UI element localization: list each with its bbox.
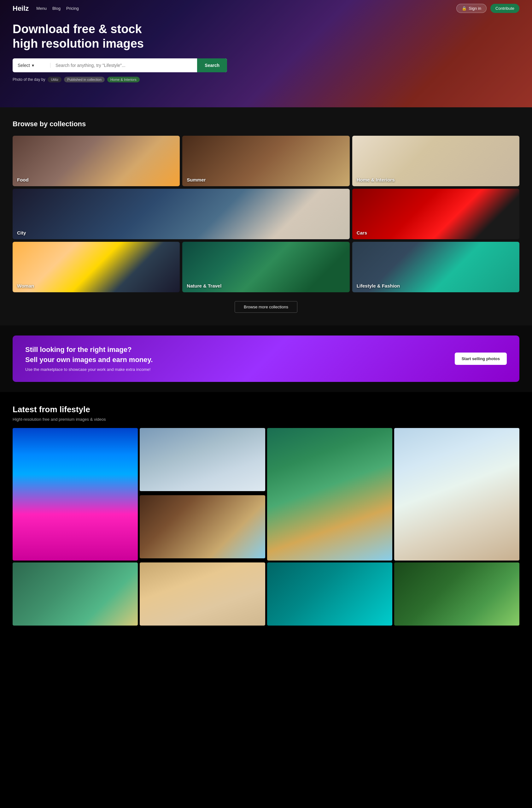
- collections-wrapper: Browse by collections Food Summer Home &…: [0, 107, 532, 392]
- collection-nature-label: Nature & Travel: [187, 283, 221, 289]
- collections-section: Browse by collections Food Summer Home &…: [0, 107, 532, 326]
- lifestyle-title: Latest from lifestyle: [13, 405, 519, 415]
- promo-text: Still looking for the right image? Sell …: [25, 346, 153, 372]
- collection-home-label: Home & Interiors: [357, 177, 395, 182]
- photo-teal-ocean[interactable]: [267, 563, 392, 626]
- lifestyle-section: Latest from lifestyle Hight-resolution f…: [0, 392, 532, 638]
- photo-day-label: Photo of the day by: [13, 77, 45, 82]
- collection-nature[interactable]: Nature & Travel: [182, 242, 349, 292]
- promo-title1: Still looking for the right image?: [25, 346, 153, 354]
- tag-home-interiors[interactable]: Home & Interiors: [107, 77, 140, 82]
- chevron-down-icon: ▾: [32, 63, 34, 68]
- photo-palm-trees[interactable]: [267, 428, 392, 561]
- collection-home[interactable]: Home & Interiors: [352, 136, 519, 186]
- photo-woman-back[interactable]: [394, 428, 519, 561]
- collection-woman[interactable]: Woman: [13, 242, 180, 292]
- hero-title: Download free & stock high resolution im…: [13, 22, 170, 51]
- photo-blue-abstract[interactable]: [13, 428, 138, 561]
- search-category-select[interactable]: Select ▾: [13, 63, 51, 68]
- nav-blog[interactable]: Blog: [52, 6, 60, 11]
- tag-published[interactable]: Published in collection: [64, 77, 105, 82]
- collection-woman-label: Woman: [17, 283, 34, 289]
- collections-grid: Food Summer Home & Interiors City Cars W…: [13, 136, 519, 292]
- search-input[interactable]: [51, 63, 197, 68]
- search-button[interactable]: Search: [197, 58, 227, 72]
- photo-greenery[interactable]: [394, 563, 519, 626]
- nav-menu[interactable]: Menu: [36, 6, 47, 11]
- collection-food[interactable]: Food: [13, 136, 180, 186]
- select-label: Select: [18, 63, 30, 68]
- collection-summer[interactable]: Summer: [182, 136, 349, 186]
- photo-couple[interactable]: [140, 563, 265, 626]
- promo-banner: Still looking for the right image? Sell …: [13, 335, 519, 382]
- photo-palm-shadow[interactable]: [13, 563, 138, 626]
- collection-cars[interactable]: Cars: [352, 189, 519, 239]
- nav-links: Menu Blog Pricing: [36, 6, 78, 11]
- collection-food-label: Food: [17, 177, 29, 182]
- navigation: Heilz Menu Blog Pricing 🔒 Sign in Contri…: [0, 0, 532, 17]
- brand-logo[interactable]: Heilz: [13, 4, 29, 13]
- sign-in-button[interactable]: 🔒 Sign in: [456, 4, 487, 13]
- tag-utiliz[interactable]: Utiliz: [48, 77, 61, 82]
- photo-umbrella[interactable]: [140, 495, 265, 561]
- contribute-button[interactable]: Contribute: [490, 4, 519, 13]
- collection-lifestyle[interactable]: Lifestyle & Fashion: [352, 242, 519, 292]
- nav-right: 🔒 Sign in Contribute: [456, 4, 519, 13]
- photo-beach-chair[interactable]: [140, 428, 265, 493]
- browse-more-button[interactable]: Browse more collections: [235, 301, 297, 313]
- lifestyle-subtitle: Hight-resolution free and premium images…: [13, 417, 519, 422]
- lock-icon: 🔒: [462, 6, 467, 11]
- collection-cars-label: Cars: [357, 230, 367, 236]
- collection-city[interactable]: City: [13, 189, 350, 239]
- photo-day-bar: Photo of the day by Utiliz Published in …: [13, 77, 519, 82]
- nav-pricing[interactable]: Pricing: [66, 6, 79, 11]
- collection-city-label: City: [17, 230, 26, 236]
- collections-title: Browse by collections: [13, 120, 519, 128]
- collection-lifestyle-label: Lifestyle & Fashion: [357, 283, 400, 289]
- photo-grid: [13, 428, 519, 626]
- start-selling-button[interactable]: Start selling photos: [455, 352, 507, 365]
- promo-subtitle: Use the marketplace to showcase your wor…: [25, 367, 153, 372]
- search-bar: Select ▾ Search: [13, 58, 227, 72]
- collection-summer-label: Summer: [187, 177, 206, 182]
- promo-title2: Sell your own images and earn money.: [25, 356, 153, 364]
